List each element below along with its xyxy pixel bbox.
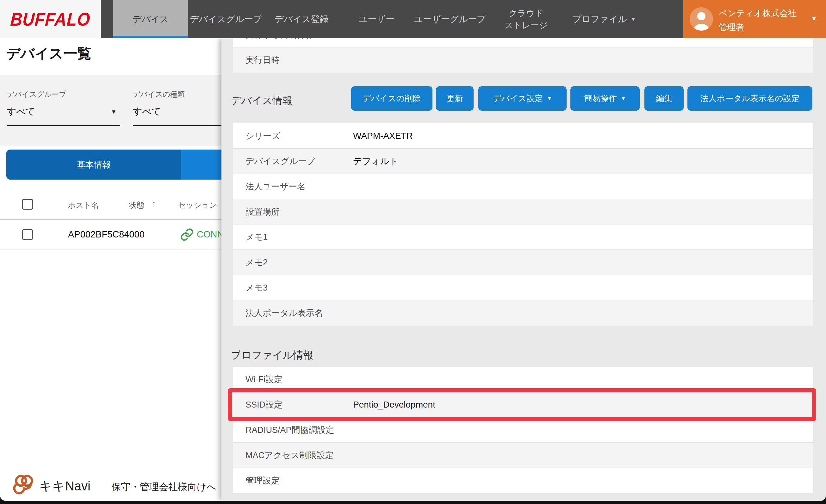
row-value: デフォルト [353, 148, 398, 174]
chevron-down-icon: ▼ [621, 96, 626, 102]
button-label: デバイスの削除 [362, 93, 421, 104]
chevron-down-icon[interactable]: ▼ [111, 109, 117, 115]
tab-devices[interactable]: デバイス [113, 0, 188, 38]
kikinavi-logo-icon [12, 472, 36, 496]
row-label: メモ3 [245, 275, 268, 300]
row-label: 管理設定 [245, 468, 280, 493]
row-label: 実行日時 [245, 48, 280, 73]
button-label: 編集 [656, 93, 672, 104]
row-checkbox[interactable] [22, 229, 33, 240]
table-row: RADIUS/AP間協調設定 [233, 417, 813, 443]
account-company: ペンティオ株式会社 [719, 8, 796, 19]
tab-device-registration[interactable]: デバイス登録 [269, 0, 334, 38]
device-info-title: デバイス情報 [231, 94, 293, 108]
row-label: SSID設定 [245, 392, 283, 417]
buffalo-logo: BUFFALO [0, 0, 101, 38]
table-row: メモ1 [233, 225, 813, 250]
row-label: 法人ユーザー名 [245, 174, 306, 199]
link-icon [180, 228, 194, 243]
tab-label: デバイス [132, 13, 169, 25]
device-group-filter-select[interactable]: すべて [7, 105, 35, 118]
tab-label: ユーザーグループ [414, 13, 486, 25]
row-label: メモ1 [245, 225, 268, 250]
device-type-filter-select[interactable]: すべて [133, 105, 161, 118]
maintenance-company-link[interactable]: 保守・管理会社様向けへ [111, 481, 216, 494]
tab-user-groups[interactable]: ユーザーグループ [414, 0, 486, 38]
hostname-cell[interactable]: AP002BF5C84000 [68, 229, 144, 240]
tab-label: デバイス登録 [275, 13, 329, 25]
row-label: デバイスグループ [245, 148, 315, 174]
chevron-down-icon: ▼ [631, 16, 636, 22]
tab-device-groups[interactable]: デバイスグループ [189, 0, 262, 38]
tab-label: プロファイル [573, 13, 627, 25]
sort-asc-icon[interactable]: ↑ [152, 199, 156, 209]
row-label: 設置場所 [245, 199, 280, 225]
table-row: MACアクセス制限設定 [233, 443, 813, 468]
device-group-filter-label: デバイスグループ [7, 89, 66, 99]
header-status[interactable]: 状態 [129, 200, 144, 210]
browser-page: デバイス一覧 デバイスグループ すべて ▼ デバイスの種類 すべて 基本情報 ホ… [0, 0, 826, 501]
row-value: Pentio_Development [353, 392, 435, 417]
table-row: メモ2 [233, 250, 813, 275]
ssid-setting-row: SSID設定 Pentio_Development [233, 392, 813, 417]
tab-label: デバイスグループ [190, 13, 262, 25]
row-label: RADIUS/AP間協調設定 [245, 417, 334, 443]
select-all-checkbox[interactable] [22, 199, 33, 210]
kikinavi-brand: キキNavi [39, 478, 91, 495]
row-value: WAPM-AXETR [353, 123, 413, 148]
row-label: メモ2 [245, 250, 268, 275]
row-label: 法人ポータル表示名 [245, 300, 323, 326]
table-row: Wi-Fi設定 [233, 367, 813, 392]
table-row: 実行する簡易操作 [233, 38, 813, 48]
chevron-down-icon: ▼ [547, 96, 552, 102]
avatar [690, 7, 713, 31]
edit-button[interactable]: 編集 [644, 86, 684, 111]
table-row: 管理設定 [233, 468, 813, 493]
tab-profiles[interactable]: プロファイル ▼ [569, 0, 640, 38]
profile-info-title: プロファイル情報 [231, 349, 313, 362]
device-settings-button[interactable]: デバイス設定 ▼ [478, 86, 567, 111]
row-label: Wi-Fi設定 [245, 367, 283, 392]
table-row: メモ3 [233, 275, 813, 300]
button-label: デバイス設定 [493, 93, 543, 104]
button-label: 法人ポータル表示名の設定 [700, 93, 800, 104]
account-menu[interactable]: ペンティオ株式会社 管理者 ▼ [683, 0, 826, 38]
page-title: デバイス一覧 [6, 44, 91, 63]
chevron-down-icon: ▼ [811, 15, 817, 22]
session-link[interactable]: CONN [197, 229, 224, 240]
table-row: デバイスグループ デフォルト [233, 148, 813, 174]
header-session[interactable]: セッション [178, 200, 217, 210]
table-row: 法人ポータル表示名 [233, 300, 813, 326]
delete-device-button[interactable]: デバイスの削除 [351, 86, 432, 111]
app-window: デバイス一覧 デバイスグループ すべて ▼ デバイスの種類 すべて 基本情報 ホ… [0, 0, 826, 504]
row-label: シリーズ [245, 123, 280, 148]
row-label: 実行する簡易操作 [245, 38, 314, 48]
device-info-table: シリーズ WAPM-AXETR デバイスグループ デフォルト 法人ユーザー名 設… [233, 123, 813, 326]
table-row: 法人ユーザー名 [233, 174, 813, 199]
active-tab-underline [113, 36, 188, 38]
table-row: 設置場所 [233, 199, 813, 225]
button-label: 更新 [447, 93, 463, 104]
portal-display-name-button[interactable]: 法人ポータル表示名の設定 [688, 86, 812, 111]
buffalo-logo-text: BUFFALO [10, 8, 91, 30]
simple-operation-button[interactable]: 簡易操作 ▼ [570, 86, 640, 111]
tab-cloud-storage[interactable]: クラウドストレージ [492, 0, 560, 38]
device-detail-drawer: 実行する簡易操作 実行日時 デバイス情報 デバイスの削除 更新 デバイス設定 ▼ [222, 38, 826, 501]
tab-basic-info[interactable]: 基本情報 [6, 149, 181, 180]
refresh-button[interactable]: 更新 [436, 86, 474, 111]
tab-basic-info-label: 基本情報 [77, 159, 111, 171]
tab-label: クラウドストレージ [504, 7, 548, 31]
top-navbar: BUFFALO デバイス デバイスグループ デバイス登録 ユーザー ユーザーグル… [0, 0, 826, 38]
row-label: MACアクセス制限設定 [245, 443, 334, 468]
table-row: シリーズ WAPM-AXETR [233, 123, 813, 148]
tab-label: ユーザー [358, 13, 394, 25]
tab-users[interactable]: ユーザー [344, 0, 409, 38]
header-hostname[interactable]: ホスト名 [68, 200, 99, 210]
table-row: 実行日時 [233, 48, 813, 73]
button-label: 簡易操作 [584, 93, 617, 104]
device-type-filter-label: デバイスの種類 [133, 89, 185, 99]
schedule-table: 実行する簡易操作 実行日時 [233, 38, 813, 73]
profile-info-table: Wi-Fi設定 SSID設定 Pentio_Development RADIUS… [233, 367, 813, 493]
account-role: 管理者 [719, 21, 745, 33]
select-underline [7, 125, 120, 126]
